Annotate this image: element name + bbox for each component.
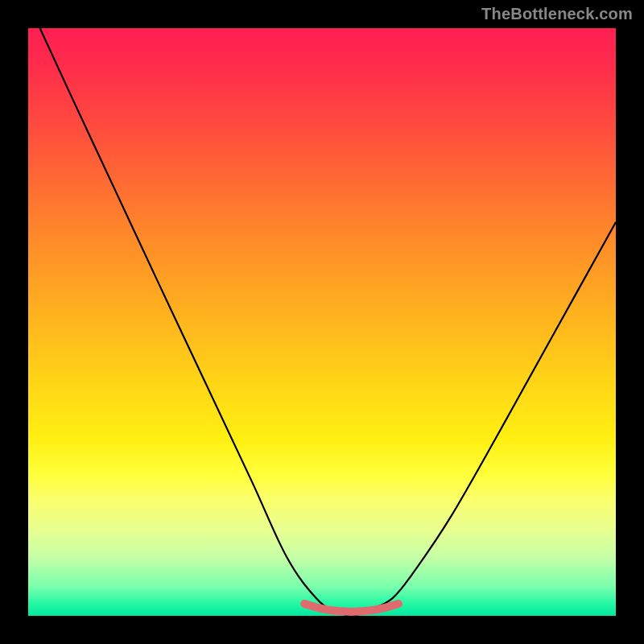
bottleneck-curve-path	[40, 28, 616, 616]
watermark-text: TheBottleneck.com	[481, 5, 633, 23]
bottleneck-floor-highlight	[304, 604, 398, 612]
chart-stage: TheBottleneck.com	[0, 0, 644, 644]
bottleneck-curve-svg	[28, 28, 616, 616]
